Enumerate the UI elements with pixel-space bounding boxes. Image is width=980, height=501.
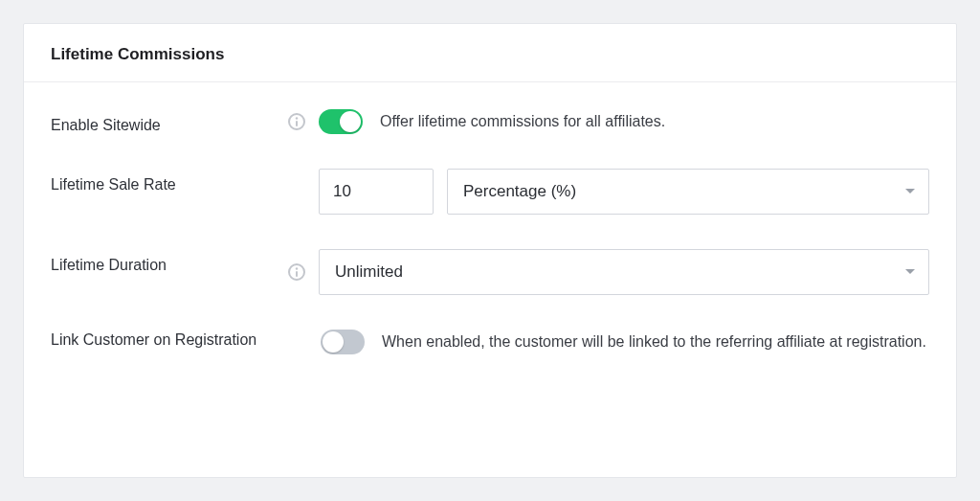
svg-rect-3 xyxy=(296,271,298,277)
select-rate-type[interactable]: Percentage (%) xyxy=(447,169,929,215)
select-duration[interactable]: Unlimited xyxy=(319,249,929,295)
label-link-customer: Link Customer on Registration xyxy=(51,330,321,349)
control-link-customer: When enabled, the customer will be linke… xyxy=(321,330,929,354)
control-enable-sitewide: Offer lifetime commissions for all affil… xyxy=(288,109,929,134)
chevron-down-icon xyxy=(905,269,915,275)
svg-rect-1 xyxy=(296,121,298,126)
desc-enable-sitewide: Offer lifetime commissions for all affil… xyxy=(380,110,929,132)
input-sale-rate[interactable] xyxy=(319,169,434,215)
svg-point-2 xyxy=(296,267,298,269)
select-duration-value: Unlimited xyxy=(335,262,403,282)
row-enable-sitewide: Enable Sitewide Offer lifetime commissio… xyxy=(51,92,929,151)
card-header: Lifetime Commissions xyxy=(24,24,956,82)
control-lifetime-duration: Unlimited xyxy=(288,249,929,295)
svg-point-0 xyxy=(296,117,298,119)
row-link-customer: Link Customer on Registration When enabl… xyxy=(51,312,929,372)
toggle-knob xyxy=(323,331,344,353)
chevron-down-icon xyxy=(905,189,915,194)
toggle-knob xyxy=(340,111,361,132)
desc-link-customer: When enabled, the customer will be linke… xyxy=(382,330,929,353)
toggle-enable-sitewide[interactable] xyxy=(319,109,363,134)
toggle-link-customer[interactable] xyxy=(321,330,365,354)
control-lifetime-sale-rate: Percentage (%) xyxy=(288,169,929,215)
info-icon[interactable] xyxy=(288,113,305,130)
select-rate-type-value: Percentage (%) xyxy=(463,182,576,201)
row-lifetime-duration: Lifetime Duration Unlimited xyxy=(51,232,929,312)
card-title: Lifetime Commissions xyxy=(51,45,929,64)
label-enable-sitewide: Enable Sitewide xyxy=(51,109,288,134)
card-body: Enable Sitewide Offer lifetime commissio… xyxy=(24,82,956,381)
settings-card: Lifetime Commissions Enable Sitewide Off… xyxy=(23,23,957,478)
label-lifetime-duration: Lifetime Duration xyxy=(51,249,288,274)
label-lifetime-sale-rate: Lifetime Sale Rate xyxy=(51,169,288,194)
row-lifetime-sale-rate: Lifetime Sale Rate Percentage (%) xyxy=(51,151,929,232)
info-icon[interactable] xyxy=(288,263,305,281)
